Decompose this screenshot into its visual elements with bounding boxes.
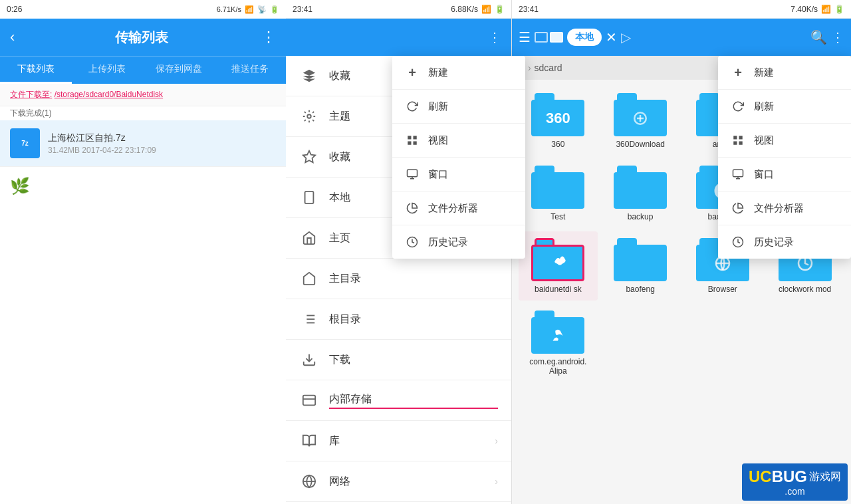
middle-context-menu: + 新建 刷新 视图 窗口 文件分析器 [392,56,525,259]
file-list-item[interactable]: 7z 上海松江区自拍.7z 31.42MB 2017-04-22 23:17:0… [0,120,286,167]
search-button[interactable]: 🔍 [810,29,827,45]
rctx-window-label: 窗口 [754,168,774,181]
ctx-window[interactable]: 窗口 [392,158,525,191]
middle-menu-button[interactable]: ⋮ [488,29,501,45]
folder-icon-test [531,166,584,209]
left-status-bar: 0:26 6.71K/s 📶 📡 🔋 [0,0,286,19]
download-complete: 下载完成(1) [0,106,286,120]
rctx-history-label: 历史记录 [754,236,794,249]
rnew-icon: + [730,64,746,80]
page-title: 传输列表 [21,29,261,47]
tab-box-1[interactable] [535,32,548,43]
folder-alipay[interactable]: com.eg.android.Alipa [519,304,598,382]
svg-marker-1 [303,151,315,162]
back-button[interactable]: ‹ [10,29,15,46]
rctx-new-label: 新建 [754,66,774,79]
rctx-analyzer[interactable]: 文件分析器 [718,191,851,225]
tab-push[interactable]: 推送任务 [215,57,287,84]
folder-test[interactable]: Test [519,159,598,228]
left-header: ‹ 传输列表 ⋮ [0,19,286,56]
sidebar-item-main-dir[interactable]: 主目录 [286,259,511,299]
svg-rect-18 [414,142,417,145]
middle-status-bar: 23:41 6.88K/s 📶 🔋 [286,0,511,19]
sidebar-item-internal[interactable]: 内部存储 [286,380,511,421]
sidebar-item-download[interactable]: 下载 [286,340,511,380]
folder-label-360dl: 360Download [616,140,664,149]
sidebar-item-library[interactable]: 库 › [286,421,511,461]
tab-download[interactable]: 下载列表 [0,57,72,84]
rctx-new[interactable]: + 新建 [718,56,851,90]
folder-label-test: Test [550,212,565,221]
ctx-history-label: 历史记录 [428,236,468,249]
sidebar-item-network[interactable]: 网络 › [286,461,511,502]
theme-icon [299,106,319,126]
file-name: 上海松江区自拍.7z [48,132,276,144]
ctx-view[interactable]: 视图 [392,124,525,158]
forward-button[interactable]: ▷ [621,29,631,45]
svg-rect-30 [733,136,737,139]
rctx-history[interactable]: 历史记录 [718,225,851,259]
star-icon [299,147,319,167]
middle-battery: 🔋 [495,5,505,14]
folder-baidunetdisk[interactable]: baidunetdi sk [519,231,598,301]
right-panel: 23:41 7.40K/s 📶 🔋 ☰ 本地 ✕ ▷ 🔍 ⋮ / › sdcar… [512,0,851,504]
root-icon [299,309,319,329]
ctx-analyzer[interactable]: 文件分析器 [392,191,525,225]
folder-backup[interactable]: backup [601,159,680,228]
svg-rect-16 [414,136,417,139]
folder-label-360: 360 [551,140,564,149]
svg-rect-34 [733,170,743,177]
rctx-view[interactable]: 视图 [718,124,851,158]
ucbug-watermark: UC BUG 游戏网 .com [739,460,851,504]
menu-button[interactable]: ⋮ [261,29,276,46]
ucbug-domain: .com [749,486,841,497]
folder-icon-360: 3 6 0 [531,93,584,136]
network-arrow: › [495,476,498,487]
svg-rect-19 [408,170,418,177]
middle-speed: 6.88K/s [451,5,478,14]
game-text: 游戏网 [809,470,841,484]
left-time: 0:26 [7,5,22,14]
folder-label-baidunetdisk: baidunetdi sk [535,285,582,294]
file-info: 上海松江区自拍.7z 31.42MB 2017-04-22 23:17:09 [48,132,276,155]
ranalyzer-icon [730,200,746,216]
download-icon [299,350,319,370]
path-current[interactable]: sdcard [535,63,562,73]
history-icon [404,234,420,250]
sidebar-label-network: 网络 [329,475,495,489]
rhistory-icon [730,234,746,250]
middle-header: ⋮ [286,19,511,56]
ctx-history[interactable]: 历史记录 [392,225,525,259]
ucbug-logo-line1: UC BUG 游戏网 [749,467,841,486]
folder-baofeng[interactable]: baofeng [601,231,680,301]
download-path-value[interactable]: /storage/sdcard0/BaiduNetdisk [55,90,163,99]
rctx-refresh[interactable]: 刷新 [718,90,851,124]
sidebar-label-root: 根目录 [329,313,498,326]
svg-rect-32 [733,142,737,145]
download-path: 文件下载至: /storage/sdcard0/BaiduNetdisk [0,84,286,106]
sidebar-label-main-dir: 主目录 [329,272,498,286]
ctx-analyzer-label: 文件分析器 [428,202,478,215]
middle-status-right: 6.88K/s 📶 🔋 [451,5,505,14]
package-icon [299,66,319,86]
right-status-bar: 23:41 7.40K/s 📶 🔋 [512,0,851,19]
tab-save[interactable]: 保存到网盘 [143,57,215,84]
tab-upload[interactable]: 上传列表 [72,57,144,84]
folder-360[interactable]: 3 6 0 360 [519,86,598,156]
right-menu-icon[interactable]: ☰ [519,29,531,45]
svg-point-0 [307,114,311,118]
ctx-refresh[interactable]: 刷新 [392,90,525,124]
right-time: 23:41 [519,5,539,14]
folder-360dl[interactable]: 360Download [601,86,680,156]
local-badge: 本地 [567,29,602,46]
sidebar-item-root[interactable]: 根目录 [286,299,511,340]
tab-box-2[interactable] [550,32,563,43]
right-context-menu: + 新建 刷新 视图 窗口 文件分析器 [718,56,851,259]
ctx-new[interactable]: + 新建 [392,56,525,90]
rctx-view-label: 视图 [754,134,774,147]
internal-icon [299,390,319,410]
rctx-window[interactable]: 窗口 [718,158,851,191]
view-icon [404,132,420,148]
more-button[interactable]: ⋮ [831,29,844,45]
close-button[interactable]: ✕ [606,29,617,45]
